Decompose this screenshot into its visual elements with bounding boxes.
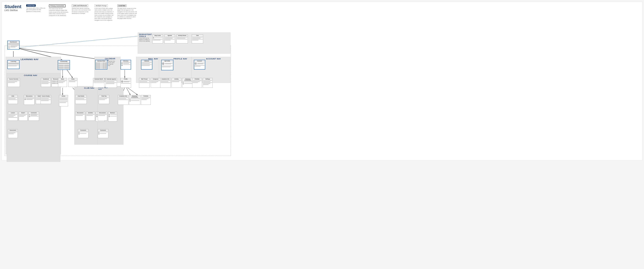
clubs-box[interactable]: Clubs (68, 78, 78, 87)
assessment-box[interactable]: Assessment (8, 129, 18, 138)
chat-box[interactable]: Chat (192, 34, 203, 43)
article-label: Article (59, 95, 68, 97)
article-box[interactable]: Article (59, 95, 68, 106)
gradebook-label: Gradebook (41, 78, 50, 80)
account-label: Account (194, 60, 205, 62)
links-desc: Dashed lines denote shortcuts, like a li… (72, 8, 91, 14)
multiple-desc: In the case of links with multiple start… (94, 8, 114, 21)
discussions-ft-box[interactable]: Discussions (98, 112, 107, 121)
header: Student LMS Siteflow Global Nav The boxe… (4, 4, 640, 21)
persistent-desc: These tools exist as popups or tooltips … (139, 37, 151, 42)
legend-multiple: Multiple Prongs In the case of links wit… (94, 4, 114, 21)
global-nav-badge: Global Nav (26, 4, 36, 7)
course-nav-label: COURSE NAV (24, 74, 38, 76)
activity-profile-box[interactable]: Activity (172, 78, 181, 88)
mail-nav-label: MAIL NAV (148, 58, 158, 60)
legend-links: Links and Shortcuts Dashed lines denote … (72, 4, 91, 14)
learning-box[interactable]: Learning (7, 60, 20, 69)
comments-ft-box[interactable]: Comments (98, 129, 108, 138)
mail-thread-label: Mail Thread (139, 78, 150, 80)
agenda-label: Agenda (164, 35, 175, 36)
hist-conn-nav-box[interactable]: Historical Connections (182, 78, 194, 88)
portfolio-account-box[interactable]: Portfolio (192, 78, 202, 88)
comments-club-label: Comments (78, 129, 88, 131)
units-label: Units (8, 95, 18, 97)
gradebook-box[interactable]: Gradebook (41, 78, 51, 87)
my-profile-box[interactable]: My Profile (161, 60, 173, 70)
discussions-course-box[interactable]: Discussions (24, 95, 34, 105)
composer-box[interactable]: Composer (151, 78, 160, 88)
field-trip-box[interactable]: Field Trip (99, 95, 109, 104)
activity-profile-label: Activity (172, 78, 181, 80)
links-badge: Links and Shortcuts (72, 4, 88, 7)
legend-local: Local Nav The gray boxes contain all of … (117, 4, 137, 19)
main-container: Student LMS Siteflow Global Nav The boxe… (2, 2, 642, 160)
activity-stream-label: Activity Stream (176, 35, 188, 36)
assessment-label: Assessment (8, 129, 18, 131)
settings-box[interactable]: Settings (203, 78, 212, 88)
exam-label: Exam? (19, 112, 28, 114)
course-overview-label: Course Overview (8, 78, 20, 80)
legend-global: Global Nav The boxes with a blue outline… (26, 4, 46, 12)
exam-box[interactable]: Exam? (19, 112, 28, 121)
global-nav-desc: The boxes with a blue outline are part o… (26, 7, 46, 12)
main-title: Student (4, 4, 21, 9)
members-ft-label: Members (108, 112, 117, 114)
academic-info-nav-box[interactable]: Academic Info (160, 78, 171, 88)
course-grades-box[interactable]: Course Grades (40, 95, 51, 104)
course-overview-box[interactable]: Course Overview (8, 78, 20, 87)
academic-info-nav-label: Academic Info (160, 78, 170, 80)
flowchart: LEARNING NAV COURSE NAV CLUB NAV FIELD T… (4, 24, 640, 158)
legend-primary: Primary Connection The bold arrows denot… (49, 4, 68, 16)
account-box[interactable]: Account (194, 60, 205, 69)
calendar-agenda-label: Calendar Agenda (106, 78, 117, 80)
help-center-box[interactable]: Help Center (152, 34, 163, 43)
comments-course-label: Comments (28, 112, 39, 114)
comments-course-box[interactable]: Comments (28, 112, 39, 121)
club-details-box[interactable]: Club Details (75, 95, 87, 104)
multiple-badge: Multiple Prongs (94, 4, 108, 7)
calendar-agenda-box[interactable]: Calendar Agenda (106, 78, 117, 88)
activities-club-label: Activities (86, 112, 95, 114)
chat-label: Chat (192, 35, 203, 36)
discussions-club-box[interactable]: Discussions (75, 112, 85, 121)
course-grades-label: Course Grades (41, 95, 51, 97)
lesson-box[interactable]: Lesson (8, 112, 18, 121)
directory-box[interactable]: Directory (120, 60, 131, 69)
portfolio-profile-label: Portfolio (141, 95, 150, 97)
calendar-nav-desc: Calendar links are the same as Agenda li… (108, 60, 116, 66)
hist-conn-profile-label: Historical Connections (129, 95, 140, 98)
activity-stream-box[interactable]: Activity Stream (176, 34, 188, 43)
composer-label: Composer (151, 78, 160, 80)
academic-info-profile-box[interactable]: Academic Info (118, 95, 128, 105)
club-details-label: Club Details (76, 95, 86, 97)
agenda-box[interactable]: Agenda (164, 34, 175, 43)
comments-club-box[interactable]: Comments (78, 129, 88, 138)
profile-box[interactable]: Profile (120, 78, 131, 88)
subtitle: LMS Siteflow (4, 9, 21, 11)
portfolio-account-label: Portfolio (192, 78, 202, 80)
mail-thread-box[interactable]: Mail Thread (139, 78, 150, 88)
learning-label: Learning (8, 60, 19, 63)
calendar-week-box[interactable]: Calendar Week (95, 60, 107, 69)
academic-info-profile-label: Academic Info (118, 95, 128, 97)
community-box[interactable]: Community (58, 60, 70, 70)
units-box[interactable]: Units (8, 95, 18, 104)
webmail-box[interactable]: Webmail (141, 60, 152, 69)
members-ft-box[interactable]: Members (108, 112, 117, 121)
news-box[interactable]: News (58, 78, 67, 87)
hist-conn-profile-box[interactable]: Historical Connections (129, 95, 140, 105)
field-trip-label: Field Trip (99, 95, 109, 97)
account-nav-label: ACCOUNT NAV (206, 58, 221, 60)
dashboard-box[interactable]: Dashboard (7, 41, 20, 49)
dashboard-content (8, 43, 19, 49)
discussions-course-label: Discussions (24, 95, 34, 97)
news-label: News (58, 78, 67, 80)
legend: Global Nav The boxes with a blue outline… (26, 4, 137, 21)
calendar-month-box[interactable]: Calendar Month (93, 78, 104, 88)
community-label: Community (58, 60, 70, 63)
activities-club-box[interactable]: Activities (86, 112, 95, 121)
settings-label: Settings (203, 78, 212, 80)
comments-ft-label: Comments (98, 129, 108, 131)
portfolio-profile-box[interactable]: Portfolio (141, 95, 151, 105)
